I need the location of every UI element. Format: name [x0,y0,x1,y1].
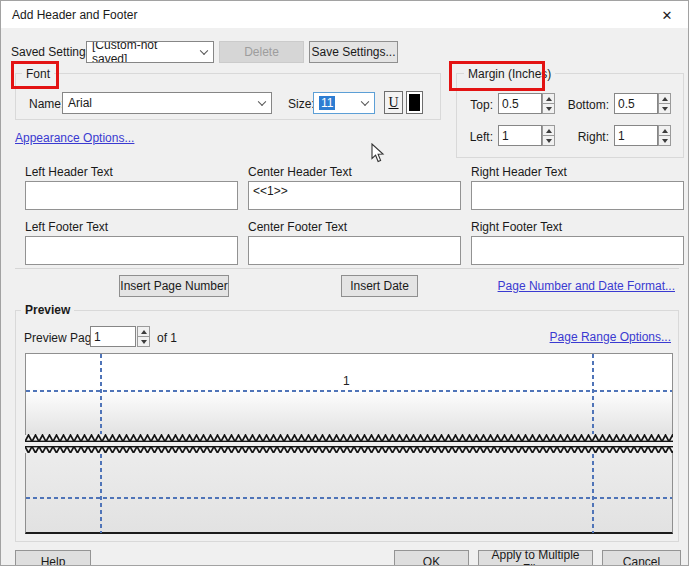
margin-left-label: Left: [467,130,493,144]
center-header-text-input[interactable]: <<1>> [248,181,461,210]
preview-page-label: Preview Page [24,331,98,345]
margin-right-stepper [658,125,671,146]
close-icon: ✕ [662,8,673,23]
margin-guide-bottom [26,497,672,499]
left-header-text-input[interactable] [25,181,238,210]
page-range-options-link[interactable]: Page Range Options... [550,330,671,344]
save-settings-button[interactable]: Save Settings... [309,41,398,63]
title-bar: Add Header and Footer ✕ [1,1,688,28]
font-name-label: Name: [29,97,64,111]
apply-to-multiple-files-button[interactable]: Apply to Multiple Files [478,550,593,566]
spin-up-button[interactable] [137,326,150,337]
margin-guide-right-lower [592,454,594,533]
font-size-dropdown[interactable]: 11 [313,92,375,114]
insert-date-button[interactable]: Insert Date [341,275,418,297]
spin-down-button[interactable] [137,337,150,347]
margin-top-input[interactable] [498,93,542,114]
preview-of-label: of 1 [157,331,177,345]
cancel-button[interactable]: Cancel [602,550,681,566]
font-size-value: 11 [319,96,335,110]
saved-settings-label: Saved Settings: [11,45,95,59]
margin-top-label: Top: [467,98,493,112]
color-fill [409,94,420,111]
right-header-label: Right Header Text [471,165,567,179]
spin-down-button[interactable] [542,136,555,146]
preview-page-input[interactable] [90,326,136,347]
spin-up-button[interactable] [542,93,555,104]
right-footer-label: Right Footer Text [471,220,562,234]
page-number-date-format-link[interactable]: Page Number and Date Format... [498,279,675,293]
underline-button[interactable]: U [384,91,403,114]
margin-guide-top [26,390,672,392]
spin-down-button[interactable] [658,104,671,114]
center-footer-text-input[interactable] [248,236,461,265]
spin-up-button[interactable] [542,125,555,136]
saved-settings-value: [Custom-not saved] [92,41,195,63]
right-footer-text-input[interactable] [471,236,684,265]
spin-down-button[interactable] [542,104,555,114]
preview-group-label: Preview [21,303,74,317]
page-title: Add Header and Footer [12,8,137,22]
mouse-cursor [371,143,385,163]
separator-line [15,268,679,269]
margin-bottom-stepper [658,93,671,114]
delete-button[interactable]: Delete [219,41,304,63]
margin-bottom-input[interactable] [614,93,658,114]
font-name-value: Arial [68,96,92,110]
margin-guide-left [100,354,102,434]
preview-page-bottom [25,453,673,534]
add-header-footer-dialog: Add Header and Footer ✕ Saved Settings: … [0,0,689,566]
preview-header-number: 1 [343,374,350,388]
preview-page-stepper [137,326,150,347]
right-header-text-input[interactable] [471,181,684,210]
margin-guide-left-lower [100,454,102,533]
appearance-options-link[interactable]: Appearance Options... [15,131,134,145]
spin-up-button[interactable] [658,93,671,104]
spin-up-button[interactable] [658,125,671,136]
font-size-label: Size: [288,97,315,111]
left-footer-text-input[interactable] [25,236,238,265]
chevron-down-icon [361,98,369,106]
underline-icon: U [388,95,398,111]
margin-guide-right [592,354,594,434]
margin-right-label: Right: [572,130,609,144]
torn-edge-bottom [25,434,673,442]
margin-right-input[interactable] [614,125,658,146]
margin-highlight-box [449,61,545,91]
margin-left-stepper [542,125,555,146]
center-header-label: Center Header Text [248,165,352,179]
left-footer-label: Left Footer Text [25,220,108,234]
center-footer-label: Center Footer Text [248,220,347,234]
chevron-down-icon [200,47,208,55]
left-header-label: Left Header Text [25,165,113,179]
close-button[interactable]: ✕ [658,6,676,24]
insert-page-number-button[interactable]: Insert Page Number [119,275,229,297]
margin-top-stepper [542,93,555,114]
font-highlight-box [11,61,59,89]
font-name-dropdown[interactable]: Arial [62,92,272,114]
margin-bottom-label: Bottom: [564,98,609,112]
chevron-down-icon [258,98,266,106]
spin-down-button[interactable] [658,136,671,146]
margin-left-input[interactable] [498,125,542,146]
font-color-swatch-button[interactable] [406,91,423,114]
ok-button[interactable]: OK [394,550,469,566]
preview-page-top [25,353,673,435]
help-button[interactable]: Help [15,550,91,566]
saved-settings-dropdown[interactable]: [Custom-not saved] [86,41,214,63]
